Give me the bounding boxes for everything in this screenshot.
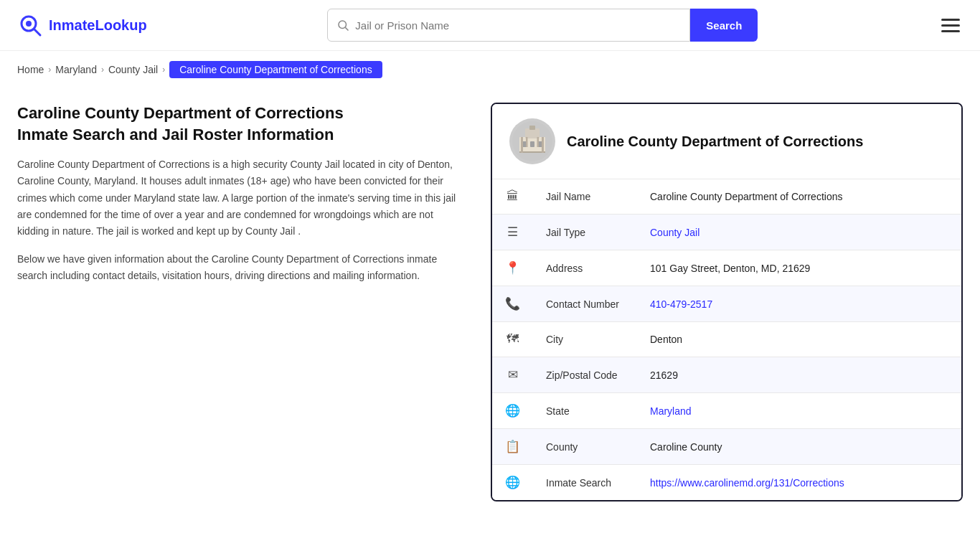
- row-label: State: [533, 393, 637, 429]
- row-value[interactable]: County Jail: [637, 215, 961, 250]
- info-table: 🏛Jail NameCaroline County Department of …: [492, 179, 961, 500]
- breadcrumb: Home › Maryland › County Jail › Caroline…: [0, 51, 980, 88]
- description-2: Below we have given information about th…: [17, 251, 462, 284]
- logo-link[interactable]: InmateLookup: [17, 12, 147, 38]
- row-label: Contact Number: [533, 286, 637, 322]
- search-input[interactable]: [355, 19, 681, 32]
- row-value[interactable]: Maryland: [637, 393, 961, 429]
- facility-building-icon: [512, 121, 552, 161]
- svg-rect-10: [530, 141, 534, 147]
- breadcrumb-sep-2: ›: [101, 65, 104, 75]
- table-row: 🌐Inmate Searchhttps://www.carolinemd.org…: [492, 465, 961, 501]
- row-label: Address: [533, 250, 637, 286]
- logo-text: InmateLookup: [49, 17, 147, 34]
- breadcrumb-sep-3: ›: [162, 65, 165, 75]
- svg-rect-16: [537, 137, 540, 147]
- row-value-link[interactable]: County Jail: [650, 227, 699, 238]
- row-value: Caroline County: [637, 429, 961, 465]
- info-card: Caroline County Department of Correction…: [491, 103, 963, 501]
- row-label: City: [533, 322, 637, 357]
- row-icon: 📞: [492, 286, 533, 322]
- main-layout: Caroline County Department of Correction…: [0, 88, 980, 530]
- svg-rect-15: [526, 137, 528, 147]
- breadcrumb-home[interactable]: Home: [17, 64, 44, 75]
- row-label: Jail Name: [533, 179, 637, 215]
- description-1: Caroline County Department of Correction…: [17, 156, 462, 239]
- row-icon: 📍: [492, 250, 533, 286]
- row-value-link[interactable]: https://www.carolinemd.org/131/Correctio…: [650, 477, 844, 489]
- search-wrapper: [327, 9, 690, 42]
- search-icon: [336, 19, 349, 32]
- row-label: Inmate Search: [533, 465, 637, 501]
- header: InmateLookup Search: [0, 0, 980, 51]
- hamburger-menu[interactable]: [938, 16, 963, 35]
- row-label: Zip/Postal Code: [533, 357, 637, 393]
- row-icon: 🌐: [492, 465, 533, 501]
- svg-line-4: [346, 27, 349, 30]
- table-row: 🗺CityDenton: [492, 322, 961, 357]
- row-value: 101 Gay Street, Denton, MD, 21629: [637, 250, 961, 286]
- row-label: County: [533, 429, 637, 465]
- facility-avatar: [509, 118, 555, 164]
- breadcrumb-maryland[interactable]: Maryland: [55, 64, 97, 75]
- left-content: Caroline County Department of Correction…: [17, 103, 462, 296]
- table-row: 🌐StateMaryland: [492, 393, 961, 429]
- hamburger-line-3: [941, 30, 960, 32]
- row-icon: 🗺: [492, 322, 533, 357]
- svg-rect-14: [542, 137, 544, 153]
- row-value[interactable]: https://www.carolinemd.org/131/Correctio…: [637, 465, 961, 501]
- row-value-link[interactable]: Maryland: [650, 405, 692, 417]
- breadcrumb-sep-1: ›: [48, 65, 51, 75]
- table-row: ✉Zip/Postal Code21629: [492, 357, 961, 393]
- table-row: 📍Address101 Gay Street, Denton, MD, 2162…: [492, 250, 961, 286]
- table-row: 🏛Jail NameCaroline County Department of …: [492, 179, 961, 215]
- row-icon: 📋: [492, 429, 533, 465]
- breadcrumb-active: Caroline County Department of Correction…: [169, 61, 382, 78]
- search-area: Search: [327, 9, 758, 42]
- search-button[interactable]: Search: [690, 9, 758, 42]
- row-value[interactable]: 410-479-2517: [637, 286, 961, 322]
- row-label: Jail Type: [533, 215, 637, 250]
- hamburger-line-1: [941, 19, 960, 21]
- info-card-title: Caroline County Department of Correction…: [567, 133, 863, 150]
- row-icon: 🌐: [492, 393, 533, 429]
- row-value-link[interactable]: 410-479-2517: [650, 298, 712, 310]
- table-row: 📞Contact Number410-479-2517: [492, 286, 961, 322]
- table-row: ☰Jail TypeCounty Jail: [492, 215, 961, 250]
- svg-rect-13: [521, 137, 523, 153]
- breadcrumb-county-jail[interactable]: County Jail: [108, 64, 158, 75]
- row-value: Denton: [637, 322, 961, 357]
- svg-line-1: [34, 29, 40, 35]
- row-icon: ✉: [492, 357, 533, 393]
- svg-rect-8: [529, 126, 535, 130]
- row-icon: 🏛: [492, 179, 533, 215]
- row-value: 21629: [637, 357, 961, 393]
- svg-rect-7: [525, 128, 540, 138]
- info-card-header: Caroline County Department of Correction…: [492, 104, 961, 179]
- svg-point-3: [339, 21, 347, 29]
- svg-rect-12: [519, 151, 545, 153]
- row-value: Caroline County Department of Correction…: [637, 179, 961, 215]
- svg-point-2: [26, 21, 32, 27]
- row-icon: ☰: [492, 215, 533, 250]
- logo-icon: [17, 12, 43, 38]
- page-heading: Caroline County Department of Correction…: [17, 103, 462, 145]
- hamburger-line-2: [941, 24, 960, 27]
- table-row: 📋CountyCaroline County: [492, 429, 961, 465]
